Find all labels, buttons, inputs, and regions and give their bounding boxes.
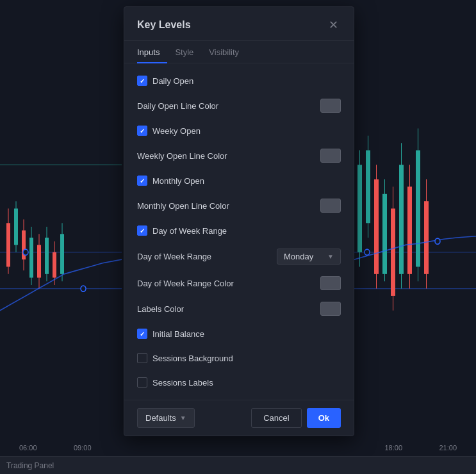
weekly-open-checkbox[interactable] [137,126,147,136]
tab-visibility[interactable]: Visibility [201,41,247,63]
time-label-2100: 21:00 [439,444,457,452]
monthly-open-checkbox[interactable] [137,176,147,186]
daily-open-line-color-label: Daily Open Line Color [137,101,218,111]
svg-point-20 [81,286,86,291]
day-of-week-range-row: Day of Week Range [137,218,341,243]
tab-inputs[interactable]: Inputs [137,41,167,63]
sessions-labels-label: Sessions Labels [152,378,213,388]
trading-panel: Trading Panel [0,456,476,474]
initial-balance-checkbox-wrapper[interactable]: Initial Balance [137,329,204,339]
chevron-down-icon: ▼ [327,253,334,260]
day-of-week-range-checkbox-wrapper[interactable]: Day of Week Range [137,225,227,236]
labels-color-row: Labels Color [137,296,341,322]
time-label-1800: 18:00 [384,444,402,452]
svg-point-41 [365,249,370,255]
sessions-background-label: Sessions Background [152,354,233,363]
cancel-button[interactable]: Cancel [251,408,301,428]
day-of-week-range-color-swatch[interactable] [320,276,341,290]
daily-open-checkbox-wrapper[interactable]: Daily Open [137,76,193,86]
labels-color-label: Labels Color [137,304,184,314]
weekly-open-line-color-row: Weekly Open Line Color [137,143,341,168]
weekly-open-checkbox-wrapper[interactable]: Weeky Open [137,126,201,136]
sessions-background-checkbox-wrapper[interactable]: Sessions Background [137,353,233,363]
sessions-labels-row: Sessions Labels [137,370,341,395]
defaults-label: Defaults [145,413,176,423]
daily-open-checkbox[interactable] [137,76,147,86]
sessions-background-row: Sessions Background [137,346,341,370]
day-of-week-range-dropdown-label: Day of Week Range [137,252,211,261]
sessions-background-checkbox[interactable] [137,353,147,363]
day-of-week-range-dropdown[interactable]: Monday ▼ [277,249,341,265]
daily-open-label: Daily Open [152,76,193,86]
monthly-open-label: Monthly Open [152,176,204,186]
modal-footer: Defaults ▼ Cancel Ok [124,400,354,436]
tabs-bar: Inputs Style Visibility [124,41,354,63]
svg-point-19 [23,249,28,255]
day-of-week-range-checkbox[interactable] [137,225,147,236]
ok-button[interactable]: Ok [307,408,341,428]
weekly-open-label: Weeky Open [152,126,201,136]
footer-actions: Cancel Ok [251,408,341,428]
monthly-open-checkbox-wrapper[interactable]: Monthly Open [137,176,204,186]
modal-title: Key Levels [137,19,191,31]
defaults-button[interactable]: Defaults ▼ [137,408,195,428]
monthly-open-line-color-label: Monthly Open Line Color [137,201,229,211]
monthly-open-line-color-row: Monthly Open Line Color [137,193,341,218]
time-label-0900: 09:00 [74,444,92,452]
sessions-labels-checkbox[interactable] [137,377,147,388]
dropdown-value: Monday [284,252,313,261]
day-of-week-range-color-row: Day of Week Range Color [137,270,341,296]
key-levels-modal: Key Levels ✕ Inputs Style Visibility Dai… [124,6,354,436]
time-label-0600: 06:00 [19,444,37,452]
close-button[interactable]: ✕ [325,17,341,33]
daily-open-line-color-swatch[interactable] [320,99,341,113]
day-of-week-range-label: Day of Week Range [152,226,227,236]
sessions-labels-checkbox-wrapper[interactable]: Sessions Labels [137,377,213,388]
monthly-open-row: Monthly Open [137,168,341,193]
initial-balance-label: Initial Balance [152,329,204,339]
day-of-week-range-dropdown-row: Day of Week Range Monday ▼ [137,243,341,270]
weekly-open-row: Weeky Open [137,118,341,143]
trading-panel-label: Trading Panel [6,461,54,470]
candles-right [354,19,476,456]
initial-balance-row: Initial Balance [137,322,341,346]
weekly-open-line-color-swatch[interactable] [320,149,341,163]
tab-style[interactable]: Style [167,41,201,63]
initial-balance-checkbox[interactable] [137,329,147,339]
monthly-open-line-color-swatch[interactable] [320,199,341,213]
daily-open-line-color-row: Daily Open Line Color [137,93,341,118]
daily-open-row: Daily Open [137,69,341,93]
svg-point-42 [435,238,440,244]
modal-content: Daily Open Daily Open Line Color Weeky O… [124,63,354,400]
weekly-open-line-color-label: Weekly Open Line Color [137,151,227,161]
day-of-week-range-color-label: Day of Week Range Color [137,279,234,288]
candles-left [0,19,122,456]
modal-header: Key Levels ✕ [124,7,354,41]
chevron-down-icon: ▼ [180,414,186,421]
labels-color-swatch[interactable] [320,302,341,316]
